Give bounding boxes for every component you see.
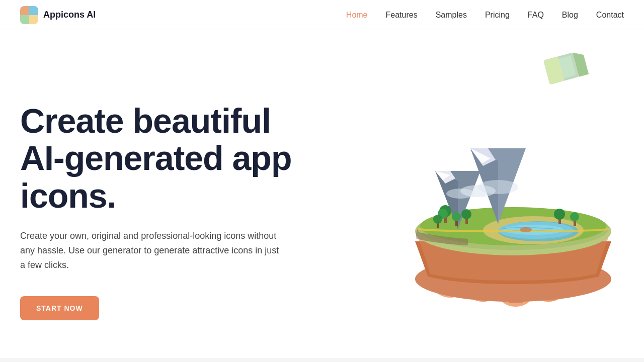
svg-point-36: [452, 212, 461, 221]
nav-links: Home Features Samples Pricing FAQ Blog C…: [346, 11, 624, 20]
nav-home[interactable]: Home: [346, 11, 368, 19]
svg-point-34: [461, 209, 471, 219]
svg-point-44: [478, 180, 518, 194]
nav-contact[interactable]: Contact: [596, 11, 624, 19]
nav-features[interactable]: Features: [386, 11, 418, 19]
nav-samples[interactable]: Samples: [436, 11, 467, 19]
hero-content: Create beautiful AI-generated app icons.…: [20, 102, 302, 321]
page-title: Create beautiful AI-generated app icons.: [20, 102, 302, 215]
hero-illustration: [362, 30, 644, 362]
hero-section: Create beautiful AI-generated app icons.…: [0, 30, 644, 362]
nav-blog[interactable]: Blog: [562, 11, 578, 19]
island-svg: [377, 50, 639, 332]
brand-icon: [20, 6, 38, 24]
svg-point-38: [554, 209, 565, 220]
hero-subtitle: Create your own, original and profession…: [20, 229, 282, 272]
brand-name: Appicons AI: [43, 10, 96, 20]
footer-bar: [0, 358, 644, 362]
svg-point-40: [570, 212, 579, 221]
brand-logo[interactable]: Appicons AI: [20, 6, 96, 24]
nav-pricing[interactable]: Pricing: [485, 11, 510, 19]
svg-point-45: [446, 189, 474, 199]
svg-point-42: [433, 215, 442, 224]
svg-point-46: [520, 227, 532, 232]
start-now-button[interactable]: START NOW: [20, 296, 99, 320]
navbar: Appicons AI Home Features Samples Pricin…: [0, 0, 644, 30]
svg-point-21: [503, 225, 564, 235]
nav-faq[interactable]: FAQ: [528, 11, 544, 19]
